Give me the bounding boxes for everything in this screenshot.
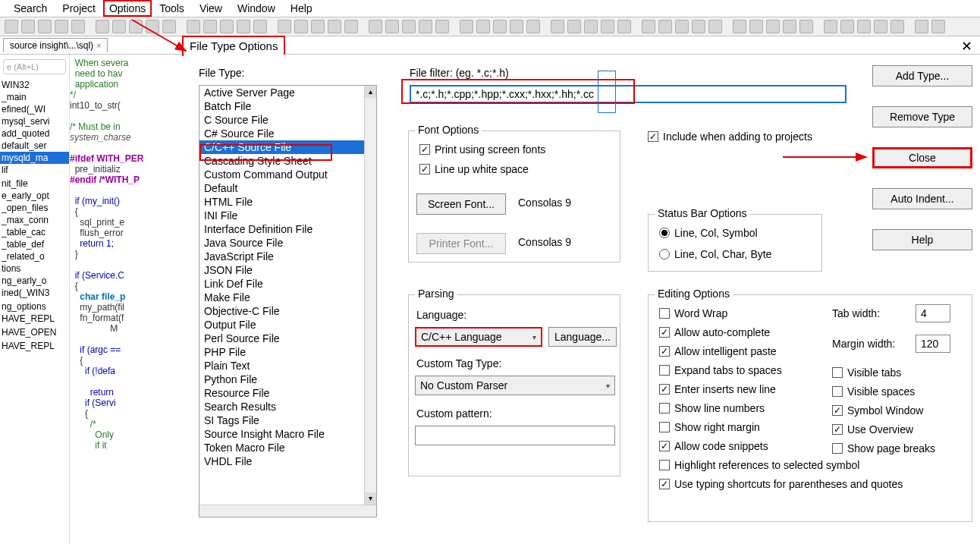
filetype-item[interactable]: C# Source File [199, 127, 376, 140]
symbol-item[interactable]: HAVE_OPEN [0, 326, 69, 338]
filetype-item[interactable]: VHDL File [199, 454, 376, 468]
toolbar-icon[interactable] [146, 20, 159, 33]
toolbar-icon[interactable] [328, 20, 341, 33]
code-editor[interactable]: When severa need to hav application*/int… [70, 55, 184, 544]
scrollbar-vertical[interactable]: ▴ ▾ [364, 86, 376, 517]
filetype-item[interactable]: Interface Definition File [199, 222, 376, 236]
toolbar-icon[interactable] [112, 20, 126, 33]
toolbar-icon[interactable] [435, 20, 449, 33]
toolbar-icon[interactable] [71, 20, 85, 33]
toolbar-icon[interactable] [493, 20, 507, 33]
toolbar-icon[interactable] [708, 20, 722, 33]
toolbar-icon[interactable] [476, 20, 490, 33]
menu-view[interactable]: View [192, 1, 230, 16]
toolbar-icon[interactable] [766, 20, 780, 33]
filetype-item[interactable]: Python File [199, 373, 376, 386]
filetype-item[interactable]: Cascading Style Sheet [199, 154, 376, 168]
toolbar-icon[interactable] [402, 20, 416, 33]
menu-window[interactable]: Window [230, 1, 283, 16]
symbol-item[interactable]: default_ser [0, 140, 69, 152]
toolbar-icon[interactable] [187, 20, 200, 33]
margin-width-input[interactable]: 120 [916, 335, 950, 353]
symbol-item[interactable]: ined(_WIN3 [0, 287, 69, 299]
toolbar-icon[interactable] [915, 20, 928, 33]
symbol-item[interactable]: ng_options [0, 300, 69, 313]
toolbar-icon[interactable] [824, 20, 837, 33]
toolbar-icon[interactable] [601, 20, 614, 33]
symbol-item[interactable]: HAVE_REPL [0, 340, 69, 352]
symbol-item[interactable]: HAVE_REPL [0, 313, 69, 325]
symbol-item[interactable]: e_early_opt [0, 190, 69, 202]
filetype-item[interactable]: JavaScript File [199, 250, 376, 263]
menu-search[interactable]: Search [6, 1, 55, 16]
symbol-item[interactable]: _main [0, 91, 69, 103]
status-radio-symbol[interactable]: Line, Col, Symbol [659, 227, 758, 239]
language-select[interactable]: C/C++ Language▾ [415, 327, 542, 347]
include-projects-check[interactable]: Include when adding to projects [648, 130, 812, 143]
line-up-whitespace-check[interactable]: Line up white space [419, 163, 529, 175]
toolbar-icon[interactable] [21, 20, 35, 33]
language-button[interactable]: Language... [548, 327, 617, 347]
tab-width-input[interactable]: 4 [916, 304, 950, 322]
toolbar-icon[interactable] [385, 20, 399, 33]
toolbar-icon[interactable] [890, 20, 904, 33]
symbol-item[interactable]: lif [0, 164, 69, 176]
filetype-list[interactable]: Active Server PageBatch FileC Source Fil… [199, 85, 377, 517]
filetype-item[interactable]: Objective-C File [199, 304, 376, 318]
symbol-item[interactable]: _open_files [0, 202, 69, 214]
filetype-item[interactable]: SI Tags File [199, 414, 376, 427]
scrollbar-horizontal[interactable] [199, 505, 376, 517]
toolbar-icon[interactable] [840, 20, 854, 33]
filetype-item[interactable]: Perl Source File [199, 332, 376, 345]
toolbar-icon[interactable] [344, 20, 358, 33]
print-screen-fonts-check[interactable]: Print using screen fonts [419, 143, 545, 156]
filetype-item[interactable]: PHP File [199, 345, 376, 359]
toolbar-icon[interactable] [419, 20, 432, 33]
toolbar-icon[interactable] [692, 20, 705, 33]
custom-tag-select[interactable]: No Custom Parser▾ [415, 376, 615, 395]
symbol-item[interactable]: mysql_servi [0, 115, 69, 127]
symbol-item[interactable]: efined(_WI [0, 103, 69, 115]
symbol-item[interactable]: add_quoted [0, 127, 69, 140]
filetype-item[interactable]: Output File [199, 318, 376, 332]
toolbar-icon[interactable] [237, 20, 250, 33]
toolbar-icon[interactable] [931, 20, 945, 33]
menu-options[interactable]: Options [103, 0, 152, 17]
toolbar-icon[interactable] [203, 20, 217, 33]
filetype-item[interactable]: Plain Text [199, 359, 376, 373]
filetype-item[interactable]: Batch File [199, 99, 376, 113]
filetype-item[interactable]: Resource File [199, 386, 376, 400]
menu-tools[interactable]: Tools [152, 1, 192, 16]
symbol-search-input[interactable]: e (Alt+L) [3, 59, 66, 74]
filetype-item[interactable]: Active Server Page [199, 86, 376, 99]
symbol-item[interactable]: tions [0, 263, 69, 275]
toolbar-icon[interactable] [675, 20, 689, 33]
filetype-item[interactable]: HTML File [199, 195, 376, 209]
printer-font-button[interactable]: Printer Font... [416, 233, 506, 254]
toolbar-icon[interactable] [294, 20, 308, 33]
edit-right-opt-1[interactable]: Visible spaces [832, 385, 935, 398]
toolbar-icon[interactable] [642, 20, 655, 33]
add-type-button[interactable]: Add Type... [872, 65, 972, 86]
symbol-item[interactable]: WIN32 [0, 79, 69, 91]
filetype-item[interactable]: INI File [199, 209, 376, 222]
remove-type-button[interactable]: Remove Type [872, 106, 972, 127]
filetype-item[interactable]: C Source File [199, 113, 376, 127]
auto-indent-button[interactable]: Auto Indent... [872, 188, 972, 209]
toolbar-icon[interactable] [799, 20, 813, 33]
scroll-down-icon[interactable]: ▾ [365, 492, 376, 505]
filetype-item[interactable]: C/C++ Source File [199, 140, 376, 154]
status-radio-charbyte[interactable]: Line, Col, Char, Byte [659, 248, 771, 260]
toolbar-icon[interactable] [658, 20, 672, 33]
edit-opt-1[interactable]: Allow auto-complete [659, 326, 903, 338]
dialog-close-icon[interactable]: ✕ [961, 38, 972, 55]
toolbar-icon[interactable] [874, 20, 887, 33]
filetype-item[interactable]: Custom Command Output [199, 168, 376, 181]
screen-font-button[interactable]: Screen Font... [416, 193, 506, 215]
toolbar-icon[interactable] [55, 20, 68, 33]
toolbar-icon[interactable] [278, 20, 291, 33]
edit-right-opt-3[interactable]: Use Overview [832, 423, 935, 436]
close-button[interactable]: Close [872, 147, 972, 168]
symbol-item[interactable]: _related_o [0, 250, 69, 263]
toolbar-icon[interactable] [311, 20, 325, 33]
